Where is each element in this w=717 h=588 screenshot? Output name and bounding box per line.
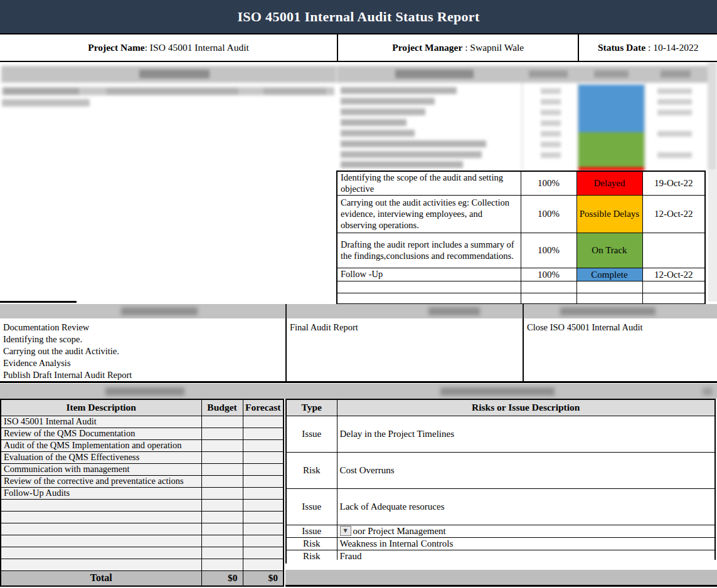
risk-description-with-dropdown: ▼oor Project Management <box>337 525 715 537</box>
budget-item <box>1 511 201 523</box>
budget-cell <box>201 428 243 439</box>
empty-area <box>287 560 716 570</box>
list-item: Close ISO 45001 Internal Audit <box>527 322 717 333</box>
risk-type: Issue <box>286 525 337 537</box>
empty-cell <box>521 281 576 293</box>
blurred-band-title-5 <box>440 387 555 396</box>
project-manager-value: : Swapnil Wale <box>462 42 524 53</box>
budget-cell <box>201 535 243 547</box>
phase-progress: 100% <box>521 268 576 281</box>
forecast-cell <box>243 439 284 451</box>
table-row <box>1 535 284 547</box>
list-item: Publish Draft Internal Audit Report <box>3 369 285 381</box>
budget-risks-band <box>0 384 717 399</box>
phase-description: Carrying out the audit activities eg: Co… <box>337 196 521 233</box>
phase-finish-date: 12-Oct-22 <box>642 268 705 281</box>
blurred-status-header <box>594 70 629 78</box>
column-divider <box>523 304 524 318</box>
border-fragment <box>0 301 77 303</box>
forecast-cell <box>243 487 284 499</box>
risk-type: Risk <box>286 452 337 488</box>
table-row: Identifying the scope of the audit and s… <box>337 171 705 196</box>
table-row <box>1 523 284 535</box>
budget-header: Budget <box>201 399 243 416</box>
budget-total-row: Total $0 $0 <box>1 570 284 586</box>
blurred-text-segment <box>4 88 79 95</box>
budget-item: Audit of the QMS Implementation and oper… <box>1 439 201 451</box>
project-budget-table: Item Description Budget Forecast ISO 450… <box>0 399 284 587</box>
phase-progress: 100% <box>521 233 576 268</box>
budget-cell <box>201 416 243 428</box>
list-item: Final Audit Report <box>290 322 523 333</box>
status-date-label: Status Date <box>598 42 645 53</box>
phase-progress: 100% <box>521 196 576 233</box>
project-manager-label: Project Manager <box>392 42 462 53</box>
budget-cell <box>201 475 243 487</box>
tasks-completed-list: Documentation Review Identifying the sco… <box>0 318 285 381</box>
blurred-finish-value <box>657 110 692 115</box>
blurred-phase-row <box>341 87 457 94</box>
risk-description: Cost Overruns <box>337 452 715 488</box>
blurred-phase-row <box>341 140 486 147</box>
table-row: Communication with management <box>1 463 284 475</box>
table-row: Risk Cost Overruns <box>286 452 715 488</box>
risk-description: Lack of Adequate resoruces <box>337 488 715 525</box>
phase-description: Identifying the scope of the audit and s… <box>337 171 521 196</box>
audit-status-report-sheet: ISO 45001 Internal Audit Status Report P… <box>0 0 717 588</box>
blurred-progress-value <box>541 142 561 147</box>
blurred-band-title-3 <box>560 307 656 315</box>
phase-description: Drafting the audit report includes a sum… <box>337 233 521 268</box>
empty-cell <box>337 281 521 293</box>
empty-cell <box>642 293 705 304</box>
budget-item: Evaluation of the QMS Effectiveness <box>1 451 201 463</box>
blurred-progress-value <box>541 120 561 126</box>
budget-item: Communication with management <box>1 463 201 475</box>
blurred-phase-row <box>341 161 463 168</box>
phase-status-badge: Possible Delays <box>576 196 642 233</box>
phase-finish-date: 19-Oct-22 <box>642 171 705 196</box>
forecast-cell <box>243 535 284 547</box>
risk-description-header: Risks or Issue Description <box>337 399 715 416</box>
budget-item <box>1 499 201 511</box>
blurred-band-title-1 <box>121 307 198 315</box>
phase-status-badge: Complete <box>576 268 642 281</box>
table-row <box>337 293 705 304</box>
budget-item <box>1 535 201 547</box>
bottom-gray-band <box>285 570 717 587</box>
table-row <box>1 511 284 523</box>
project-name-label: Project Name <box>88 42 145 53</box>
phase-finish-date: 12-Oct-22 <box>642 196 705 233</box>
blurred-grid-line <box>522 83 523 171</box>
type-header: Type <box>286 399 337 416</box>
table-row: Follow -Up 100% Complete 12-Oct-22 <box>337 268 705 281</box>
status-date-value: : 10-14-2022 <box>645 42 698 53</box>
forecast-header: Forecast <box>243 399 284 416</box>
blurred-right-section-header <box>337 66 708 83</box>
table-row: Issue Lack of Adequate resoruces <box>286 488 715 525</box>
blurred-band-title-4 <box>105 387 184 396</box>
forecast-cell <box>243 559 284 570</box>
phase-status-badge: On Track <box>576 233 642 268</box>
table-row: Review of the corrective and preventatic… <box>1 475 284 487</box>
blurred-ontrack-status-block <box>578 132 644 167</box>
budget-cell <box>201 439 243 451</box>
blurred-finish-value <box>657 88 692 94</box>
risk-description: oor Project Management <box>353 526 446 536</box>
budget-item <box>1 523 201 535</box>
table-row: Carrying out the audit activities eg: Co… <box>337 196 705 233</box>
forecast-cell <box>243 511 284 523</box>
deliverables-section: Documentation Review Identifying the sco… <box>0 318 717 383</box>
budget-cell <box>201 559 243 570</box>
blurred-finish-value <box>657 131 692 137</box>
status-date-cell: Status Date : 10-14-2022 <box>578 34 717 61</box>
cell-dropdown-button[interactable]: ▼ <box>340 526 351 536</box>
blurred-progress-value <box>541 131 561 137</box>
page-title: ISO 45001 Internal Audit Status Report <box>237 9 479 25</box>
blurred-phases-title <box>395 70 474 78</box>
forecast-cell <box>243 451 284 463</box>
table-row: ISO 45001 Internal Audit <box>1 416 284 428</box>
total-budget-value: $0 <box>201 570 243 586</box>
budget-item <box>1 547 201 559</box>
risk-description: Weakness in Internal Controls <box>337 537 715 550</box>
budget-cell <box>201 451 243 463</box>
